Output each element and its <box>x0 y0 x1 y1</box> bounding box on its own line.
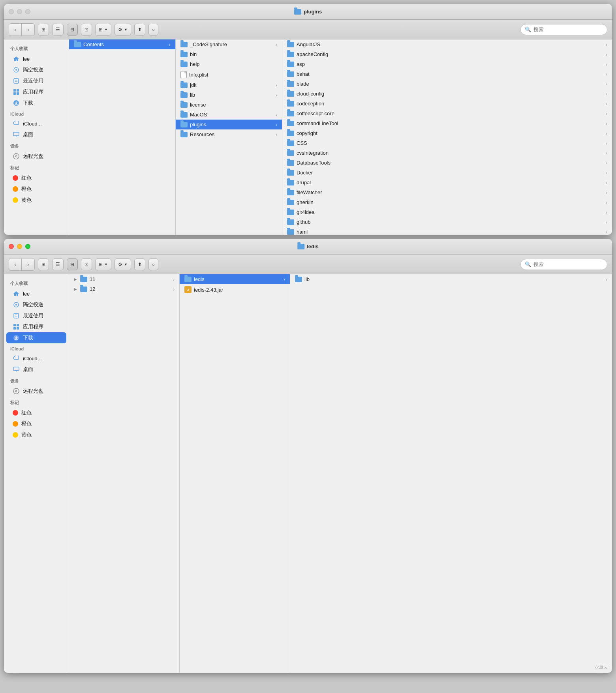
sidebar-recent-1[interactable]: 最近使用 <box>6 75 66 86</box>
item-name: cloud-config <box>297 91 603 97</box>
springload-btn-2[interactable]: ○ <box>148 258 158 270</box>
sidebar-airdrop-1[interactable]: 隔空投送 <box>6 64 66 75</box>
icloud-label-1: iCloud <box>4 109 69 118</box>
sidebar-icloud-2[interactable]: iCloud... <box>6 353 66 364</box>
search-bar-1[interactable]: 🔍 <box>520 24 607 35</box>
share-btn-1[interactable]: ⬆ <box>134 24 145 36</box>
maximize-button-1[interactable] <box>25 9 30 14</box>
gallery-view-btn-2[interactable]: ⊡ <box>81 258 92 270</box>
list-item[interactable]: cloud-config › <box>282 89 612 99</box>
list-item[interactable]: J iedis-2.43.jar <box>180 284 290 295</box>
sidebar-desktop-2[interactable]: 桌面 <box>6 364 66 375</box>
cloud-icon-1 <box>13 120 20 127</box>
sidebar-tag-yellow-1[interactable]: 黄色 <box>6 195 66 206</box>
icon-view-btn-2[interactable]: ⊞ <box>38 258 49 270</box>
sidebar-apps-1[interactable]: 应用程序 <box>6 86 66 97</box>
sidebar-item-lee-1[interactable]: lee <box>6 53 66 64</box>
list-item[interactable]: haml › <box>282 227 612 235</box>
arrange-btn-1[interactable]: ⊞ ▼ <box>95 24 111 36</box>
action-btn-2[interactable]: ⚙ ▼ <box>115 258 131 270</box>
sidebar-desktop-1[interactable]: 桌面 <box>6 129 66 140</box>
action-btn-1[interactable]: ⚙ ▼ <box>115 24 131 36</box>
list-item[interactable]: MacOS › <box>176 110 282 120</box>
sidebar-disc-2[interactable]: 远程光盘 <box>6 386 66 397</box>
springload-btn-1[interactable]: ○ <box>148 24 158 36</box>
list-item[interactable]: CSS › <box>282 138 612 148</box>
sidebar-tag-yellow-2[interactable]: 黄色 <box>6 429 66 440</box>
back-button-2[interactable]: ‹ <box>9 258 22 270</box>
list-item[interactable]: plugins › <box>176 120 282 129</box>
list-item[interactable]: _CodeSignature › <box>176 39 282 49</box>
list-item[interactable]: git4idea › <box>282 207 612 217</box>
list-item[interactable]: Resources › <box>176 129 282 139</box>
list-item[interactable]: Contents › <box>69 39 175 49</box>
forward-button-2[interactable]: › <box>22 258 34 270</box>
list-item[interactable]: gherkin › <box>282 197 612 207</box>
sidebar-downloads-2[interactable]: 下载 <box>6 332 66 343</box>
list-item[interactable]: license <box>176 100 282 110</box>
search-input-1[interactable] <box>533 26 603 32</box>
gear-icon-2: ⚙ <box>118 262 122 267</box>
column-view-btn-1[interactable]: ⊟ <box>67 24 78 36</box>
list-item[interactable]: lib › <box>176 90 282 100</box>
list-item[interactable]: copyright › <box>282 128 612 138</box>
list-item[interactable]: ▶ 12 › <box>69 284 179 294</box>
sidebar-disc-1[interactable]: 远程光盘 <box>6 151 66 162</box>
list-item[interactable]: asp › <box>282 59 612 69</box>
list-item[interactable]: fileWatcher › <box>282 187 612 197</box>
sidebar-recent-2[interactable]: 最近使用 <box>6 310 66 321</box>
close-button-2[interactable] <box>9 244 14 249</box>
sidebar-tag-red-1[interactable]: 红色 <box>6 172 66 184</box>
list-item[interactable]: github › <box>282 217 612 227</box>
list-item[interactable]: ledis › <box>180 274 290 284</box>
list-item[interactable]: blade › <box>282 79 612 89</box>
list-item[interactable]: AngularJS › <box>282 39 612 49</box>
arrange-btn-2[interactable]: ⊞ ▼ <box>95 258 111 270</box>
window-ledis: ledis ‹ › ⊞ ☰ ⊟ ⊡ ⊞ ▼ ⚙ ▼ ⬆ <box>4 239 612 673</box>
gallery-view-btn-1[interactable]: ⊡ <box>81 24 92 36</box>
search-bar-2[interactable]: 🔍 <box>520 259 607 270</box>
list-item[interactable]: help <box>176 59 282 69</box>
share-btn-2[interactable]: ⬆ <box>134 258 145 270</box>
close-button-1[interactable] <box>9 9 14 14</box>
list-item[interactable]: jdk › <box>176 80 282 90</box>
sidebar-icloud-1[interactable]: iCloud... <box>6 118 66 129</box>
forward-button-1[interactable]: › <box>22 24 34 36</box>
list-item[interactable]: codeception › <box>282 99 612 109</box>
list-item[interactable]: DatabaseTools › <box>282 158 612 168</box>
search-input-2[interactable] <box>533 261 603 267</box>
column-view-btn-2[interactable]: ⊟ <box>67 258 78 270</box>
sidebar-tag-orange-1[interactable]: 橙色 <box>6 184 66 195</box>
list-item[interactable]: apacheConfig › <box>282 49 612 59</box>
list-item[interactable]: Docker › <box>282 168 612 178</box>
list-item[interactable]: cvsIntegration › <box>282 148 612 158</box>
sidebar-item-lee-2[interactable]: lee <box>6 288 66 299</box>
list-item[interactable]: drupal › <box>282 178 612 187</box>
item-name: iedis-2.43.jar <box>194 287 285 293</box>
icon-view-btn-1[interactable]: ⊞ <box>38 24 49 36</box>
list-item[interactable]: commandLineTool › <box>282 118 612 128</box>
sidebar-recent-label-1: 最近使用 <box>23 77 43 84</box>
sidebar-tag-red-2[interactable]: 红色 <box>6 407 66 418</box>
window-plugins: plugins ‹ › ⊞ ☰ ⊟ ⊡ ⊞ ▼ ⚙ ▼ ⬆ <box>4 4 612 235</box>
list-view-btn-1[interactable]: ☰ <box>52 24 64 36</box>
svg-point-30 <box>13 388 19 394</box>
sidebar-airdrop-2[interactable]: 隔空投送 <box>6 299 66 310</box>
back-button-1[interactable]: ‹ <box>9 24 22 36</box>
svg-point-31 <box>15 390 17 392</box>
list-view-btn-2[interactable]: ☰ <box>52 258 64 270</box>
list-item[interactable]: Info.plist <box>176 69 282 80</box>
minimize-button-1[interactable] <box>17 9 22 14</box>
folder-icon <box>287 62 294 67</box>
list-item[interactable]: coffeescript-core › <box>282 109 612 118</box>
list-item[interactable]: bin <box>176 49 282 59</box>
minimize-button-2[interactable] <box>17 244 22 249</box>
sidebar-tag-orange-2[interactable]: 橙色 <box>6 418 66 429</box>
list-item[interactable]: ▶ 11 › <box>69 274 179 284</box>
list-item[interactable]: lib › <box>290 274 612 284</box>
list-item[interactable]: behat › <box>282 69 612 79</box>
list-item[interactable] <box>69 294 179 298</box>
sidebar-downloads-1[interactable]: 下载 <box>6 97 66 109</box>
maximize-button-2[interactable] <box>25 244 30 249</box>
sidebar-apps-2[interactable]: 应用程序 <box>6 321 66 332</box>
